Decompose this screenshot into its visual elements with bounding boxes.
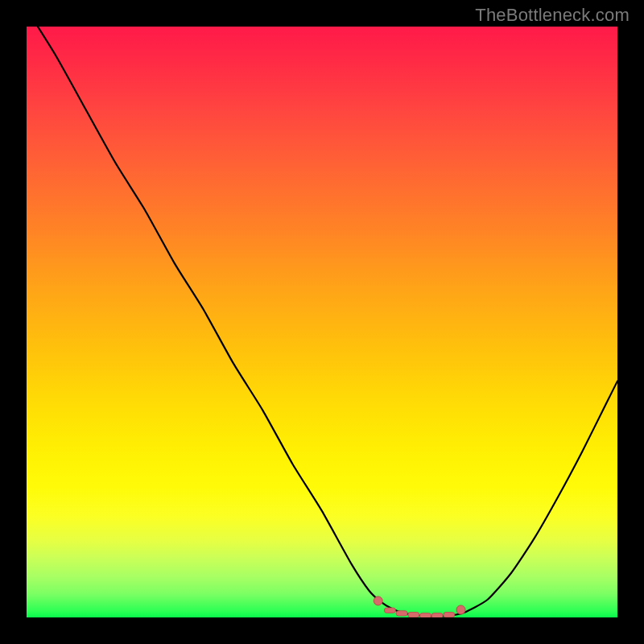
flat-seg-2 <box>396 611 407 616</box>
watermark-text: TheBottleneck.com <box>475 5 630 26</box>
bottleneck-curve <box>27 27 617 617</box>
flat-left-end <box>374 597 382 605</box>
flat-seg-6 <box>444 613 455 617</box>
curve-layer <box>27 27 617 617</box>
plot-area <box>27 27 617 617</box>
flat-seg-3 <box>408 613 419 617</box>
flat-seg-1 <box>384 608 395 613</box>
flat-seg-4 <box>420 613 431 617</box>
flat-right-end <box>456 605 465 614</box>
flat-seg-5 <box>431 613 443 617</box>
chart-frame: TheBottleneck.com <box>0 0 644 644</box>
